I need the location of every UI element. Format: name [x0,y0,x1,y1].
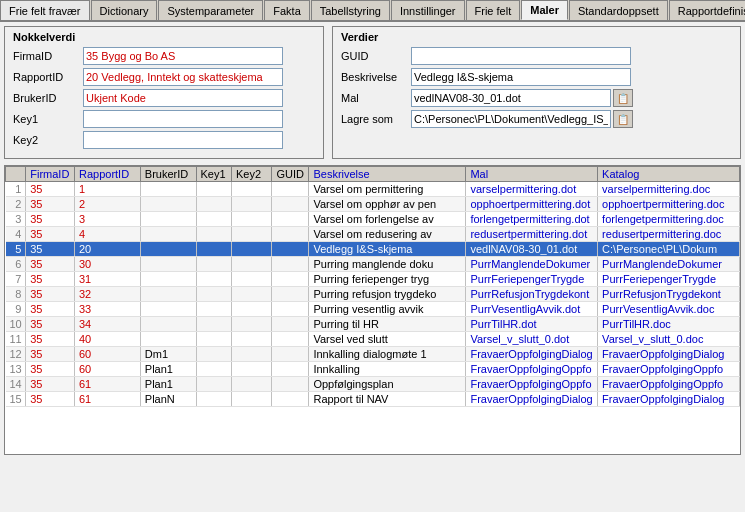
key2-input[interactable] [83,131,283,149]
table-cell [231,317,272,332]
table-cell [231,212,272,227]
table-cell [196,227,231,242]
table-cell: PurrTilHR.doc [598,317,740,332]
table-cell: redusertpermittering.dot [466,227,598,242]
table-row[interactable]: 73531Purring feriepenger trygPurrFeriepe… [6,272,740,287]
table-row[interactable]: 4354Varsel om redusering avredusertpermi… [6,227,740,242]
tab-fakta[interactable]: Fakta [264,0,310,20]
table-cell: varselpermittering.doc [598,182,740,197]
table-row[interactable]: 63530Purring manglende dokuPurrManglende… [6,257,740,272]
lagre-input[interactable] [411,110,611,128]
col-mal[interactable]: Mal [466,167,598,182]
rapport-id-input[interactable] [83,68,283,86]
table-cell [140,257,196,272]
table-row[interactable]: 133560Plan1InnkallingFravaerOppfolgingOp… [6,362,740,377]
tab-dictionary[interactable]: Dictionary [91,0,158,20]
table-cell: 35 [26,362,75,377]
tab-frie-felt-fravaer[interactable]: Frie felt fravær [0,0,90,20]
table-row[interactable]: 153561PlanNRapport til NAVFravaerOppfolg… [6,392,740,407]
table-cell: PurrRefusjonTrygdekont [466,287,598,302]
table-cell [196,242,231,257]
table-cell [272,287,309,302]
mal-input-group: 📋 [411,89,633,107]
col-key2[interactable]: Key2 [231,167,272,182]
table-cell: 3 [6,212,26,227]
tab-rapportdefinisjoner[interactable]: Rapportdefinisjoner [669,0,745,20]
beskrivelse-input[interactable] [411,68,631,86]
table-row[interactable]: 53520Vedlegg I&S-skjemavedlNAV08-30_01.d… [6,242,740,257]
table-cell: 1 [6,182,26,197]
tab-maler[interactable]: Maler [521,0,568,20]
key1-row: Key1 [13,110,315,128]
table-row[interactable]: 1351Varsel om permitteringvarselpermitte… [6,182,740,197]
table-cell: PurrFeriepengerTrygde [466,272,598,287]
lagre-browse-button[interactable]: 📋 [613,110,633,128]
table-cell: FravaerOppfolgingOppfo [466,362,598,377]
data-table-container: FirmaID RapportID BrukerID Key1 Key2 GUI… [4,165,741,455]
table-cell: Vedlegg I&S-skjema [309,242,466,257]
table-row[interactable]: 93533Purring vesentlig avvikPurrVesentli… [6,302,740,317]
table-cell: 32 [74,287,140,302]
col-beskrivelse[interactable]: Beskrivelse [309,167,466,182]
table-cell [140,197,196,212]
table-cell [272,212,309,227]
key1-input[interactable] [83,110,283,128]
table-cell: Plan1 [140,377,196,392]
mal-browse-button[interactable]: 📋 [613,89,633,107]
table-cell [231,287,272,302]
table-cell: Varsel_v_slutt_0.doc [598,332,740,347]
table-cell: 61 [74,377,140,392]
table-row[interactable]: 113540Varsel ved sluttVarsel_v_slutt_0.d… [6,332,740,347]
key2-label: Key2 [13,134,83,146]
table-scroll-area[interactable]: FirmaID RapportID BrukerID Key1 Key2 GUI… [5,166,740,454]
nokkelverdi-title: Nokkelverdi [13,31,315,43]
table-cell [231,272,272,287]
col-guid[interactable]: GUID [272,167,309,182]
table-cell: Varsel om permittering [309,182,466,197]
col-firmaid[interactable]: FirmaID [26,167,75,182]
table-cell: 2 [6,197,26,212]
table-cell: 6 [6,257,26,272]
table-cell: FravaerOppfolgingDialog [466,347,598,362]
table-cell: PurrTilHR.dot [466,317,598,332]
table-cell [272,182,309,197]
table-cell [231,347,272,362]
table-cell: 10 [6,317,26,332]
table-cell: 8 [6,287,26,302]
table-row[interactable]: 143561Plan1OppfølgingsplanFravaerOppfolg… [6,377,740,392]
table-cell: 33 [74,302,140,317]
table-cell: PurrManglendeDokumer [598,257,740,272]
tab-innstillinger[interactable]: Innstillinger [391,0,465,20]
table-row[interactable]: 2352Varsel om opphør av penopphoertpermi… [6,197,740,212]
table-cell: FravaerOppfolgingDialog [598,392,740,407]
table-cell: PlanN [140,392,196,407]
firma-id-row: FirmaID [13,47,315,65]
rapport-id-row: RapportID [13,68,315,86]
col-key1[interactable]: Key1 [196,167,231,182]
guid-input[interactable] [411,47,631,65]
table-row[interactable]: 3353Varsel om forlengelse avforlengetper… [6,212,740,227]
bruker-id-input[interactable] [83,89,283,107]
tab-systemparameter[interactable]: Systemparameter [158,0,263,20]
tab-tabellstyring[interactable]: Tabellstyring [311,0,390,20]
col-rapportid[interactable]: RapportID [74,167,140,182]
tab-standardoppsett[interactable]: Standardoppsett [569,0,668,20]
table-row[interactable]: 123560Dm1Innkalling dialogmøte 1FravaerO… [6,347,740,362]
table-cell [231,332,272,347]
table-row[interactable]: 83532Purring refusjon trygdekoPurrRefusj… [6,287,740,302]
table-row[interactable]: 103534Purring til HRPurrTilHR.dotPurrTil… [6,317,740,332]
table-cell: 35 [26,257,75,272]
table-cell [196,287,231,302]
table-cell: Varsel_v_slutt_0.dot [466,332,598,347]
table-cell [272,302,309,317]
col-katalog[interactable]: Katalog [598,167,740,182]
col-brukerid[interactable]: BrukerID [140,167,196,182]
table-cell: FravaerOppfolgingOppfo [466,377,598,392]
table-cell [272,197,309,212]
firma-id-input[interactable] [83,47,283,65]
tab-frie-felt[interactable]: Frie felt [466,0,521,20]
mal-input[interactable] [411,89,611,107]
table-cell: FravaerOppfolgingOppfo [598,377,740,392]
table-cell: 13 [6,362,26,377]
table-cell [231,257,272,272]
